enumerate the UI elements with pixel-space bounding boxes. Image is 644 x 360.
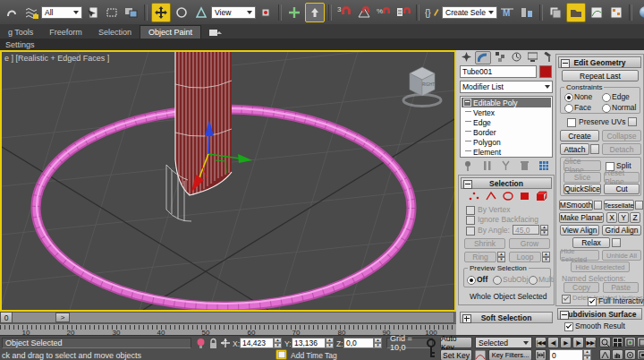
schematic-view-icon[interactable] bbox=[607, 4, 625, 21]
curves-icon[interactable] bbox=[22, 4, 40, 21]
go-to-end-button[interactable]: ▶▶| bbox=[585, 337, 597, 348]
shrink-button[interactable]: Shrink bbox=[464, 238, 505, 249]
maximize-viewport-icon[interactable] bbox=[637, 349, 644, 360]
zoom-extents-icon[interactable] bbox=[624, 337, 636, 347]
element-subobject-icon[interactable] bbox=[536, 191, 548, 201]
isolate-selection-icon[interactable] bbox=[196, 338, 206, 349]
percent-snap-icon[interactable]: % bbox=[375, 4, 393, 21]
tab-graphite-tools[interactable]: g Tools bbox=[0, 26, 41, 39]
reference-coordinate-dropdown[interactable]: View bbox=[211, 6, 256, 19]
stack-row-border[interactable]: Border bbox=[462, 127, 551, 137]
modifier-list-dropdown[interactable]: Modifier List bbox=[460, 81, 553, 93]
time-tag-icon[interactable] bbox=[275, 349, 287, 360]
relax-settings-button[interactable] bbox=[612, 238, 621, 247]
add-time-tag-label[interactable]: Add Time Tag bbox=[291, 351, 337, 360]
edit-named-selection-sets-icon[interactable]: {} bbox=[423, 4, 441, 21]
unhide-all-button[interactable]: Unhide All bbox=[602, 250, 641, 261]
stack-row-edge[interactable]: Edge bbox=[462, 117, 551, 127]
tessellate-settings-button[interactable] bbox=[635, 201, 643, 210]
ribbon-minimize-icon[interactable] bbox=[201, 27, 230, 39]
frame-spinner[interactable]: ▲▼ bbox=[583, 349, 591, 360]
tab-object-paint[interactable]: Object Paint bbox=[140, 25, 201, 39]
z-coordinate-field[interactable]: 0,0 bbox=[343, 338, 374, 348]
soft-selection-rollout-header[interactable]: Soft Selection bbox=[460, 312, 553, 323]
full-interactivity-checkbox[interactable] bbox=[588, 297, 597, 306]
repeat-last-button[interactable]: Repeat Last bbox=[562, 70, 639, 81]
set-key-mode-icon[interactable] bbox=[424, 338, 438, 359]
select-and-scale-button[interactable] bbox=[192, 4, 210, 21]
snap-toggle-3d-icon[interactable]: 3 bbox=[335, 4, 353, 21]
key-filters-button[interactable]: Key Filters... bbox=[488, 349, 532, 360]
by-vertex-checkbox[interactable] bbox=[466, 206, 475, 215]
detach-button[interactable]: Detach bbox=[602, 143, 641, 155]
time-slider-handle[interactable]: 0 bbox=[0, 312, 13, 323]
field-of-view-icon[interactable] bbox=[599, 349, 611, 360]
edit-geometry-header[interactable]: Edit Geometry bbox=[558, 56, 641, 68]
stack-row-editable-poly[interactable]: Editable Poly bbox=[462, 98, 551, 107]
zoom-icon[interactable] bbox=[599, 337, 611, 347]
named-selection-set-field[interactable]: Create Selection Se bbox=[442, 6, 497, 19]
select-by-name-icon[interactable] bbox=[83, 4, 101, 21]
attach-settings-button[interactable] bbox=[590, 144, 599, 154]
smooth-result-checkbox[interactable] bbox=[564, 322, 573, 331]
polygon-subobject-icon[interactable] bbox=[519, 191, 531, 201]
ribbon-settings-panel[interactable]: Settings bbox=[5, 40, 35, 49]
x-coordinate-field[interactable]: 14,423 bbox=[240, 338, 274, 348]
make-planar-button[interactable]: Make Planar bbox=[559, 212, 604, 223]
select-and-manipulate-icon[interactable] bbox=[285, 4, 303, 21]
create-button[interactable]: Create bbox=[560, 130, 599, 141]
collapse-icon[interactable] bbox=[561, 59, 570, 68]
show-end-result-icon[interactable] bbox=[482, 160, 492, 171]
hide-selected-button[interactable]: Hide Selected bbox=[560, 250, 599, 261]
stack-row-polygon[interactable]: Polygon bbox=[462, 137, 551, 147]
tube-object[interactable] bbox=[166, 52, 232, 221]
planar-z-button[interactable]: Z bbox=[630, 212, 640, 223]
stack-row-vertex[interactable]: Vertex bbox=[462, 107, 551, 117]
preview-subobj-radio[interactable] bbox=[493, 276, 502, 285]
collapse-button[interactable]: Collapse bbox=[602, 130, 641, 141]
constraint-face-radio[interactable] bbox=[564, 104, 573, 113]
select-and-move-button[interactable] bbox=[151, 3, 171, 22]
ring-spinner[interactable]: ▲▼ bbox=[497, 252, 505, 262]
grid-align-button[interactable]: Grid Align bbox=[602, 225, 641, 236]
selection-lock-icon[interactable] bbox=[208, 338, 218, 349]
graphite-ribbon-toggle[interactable] bbox=[566, 3, 586, 22]
spinner-snap-icon[interactable] bbox=[394, 4, 412, 21]
hide-unselected-button[interactable]: Hide Unselected bbox=[571, 261, 630, 272]
constraint-none-radio[interactable] bbox=[564, 93, 573, 102]
edge-subobject-icon[interactable] bbox=[485, 191, 497, 201]
tab-display-icon[interactable] bbox=[525, 51, 539, 63]
subdivision-surface-header[interactable]: Subdivision Surface bbox=[557, 308, 642, 320]
tab-modify-icon[interactable] bbox=[475, 51, 491, 64]
make-unique-icon[interactable] bbox=[501, 160, 511, 171]
time-slider-next-button[interactable]: > bbox=[55, 313, 70, 322]
default-in-out-tangent-icon[interactable] bbox=[475, 350, 486, 360]
tessellate-button[interactable]: Tessellate bbox=[604, 200, 634, 210]
slice-plane-button[interactable]: Slice Plane bbox=[564, 160, 601, 171]
select-and-rotate-button[interactable] bbox=[173, 4, 191, 21]
attach-button[interactable]: Attach bbox=[560, 143, 589, 155]
object-color-swatch[interactable] bbox=[539, 65, 552, 78]
y-spinner[interactable]: ▲▼ bbox=[326, 338, 334, 348]
msmooth-button[interactable]: MSmooth bbox=[559, 200, 593, 210]
object-name-field[interactable]: Tube001 bbox=[460, 65, 537, 78]
planar-x-button[interactable]: X bbox=[606, 212, 617, 223]
by-angle-spinner[interactable]: ▲▼ bbox=[540, 225, 548, 235]
set-key-button[interactable]: Set Key bbox=[440, 349, 472, 360]
collapse-icon[interactable] bbox=[463, 180, 472, 189]
loop-button[interactable]: Loop bbox=[509, 252, 541, 262]
tab-selection[interactable]: Selection bbox=[90, 26, 140, 39]
cut-button[interactable]: Cut bbox=[604, 184, 640, 194]
copy-button[interactable]: Copy bbox=[564, 282, 599, 293]
track-bar[interactable]: 10 20 30 40 50 60 70 80 90 100 bbox=[0, 323, 456, 335]
use-pivot-point-icon[interactable] bbox=[257, 4, 275, 21]
angle-snap-icon[interactable] bbox=[355, 4, 373, 21]
delete-isolated-vertices-checkbox[interactable] bbox=[562, 295, 571, 304]
stack-row-element[interactable]: Element bbox=[462, 147, 551, 157]
constraint-normal-radio[interactable] bbox=[602, 104, 611, 113]
reset-plane-button[interactable]: Reset Plane bbox=[604, 172, 640, 183]
auto-key-button[interactable]: Auto Key bbox=[440, 337, 472, 348]
tab-motion-icon[interactable] bbox=[509, 51, 523, 63]
play-button[interactable]: ▶ bbox=[560, 337, 572, 348]
z-spinner[interactable]: ▲▼ bbox=[374, 338, 382, 348]
